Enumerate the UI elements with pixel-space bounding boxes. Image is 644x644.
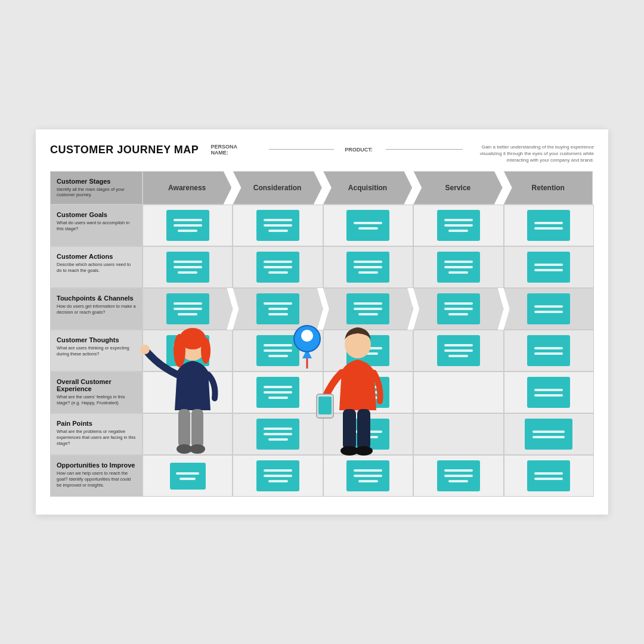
- painpoints-retention-card: [525, 419, 572, 450]
- touchpoints-awareness-cell[interactable]: [143, 288, 233, 330]
- actions-service-cell[interactable]: [413, 246, 503, 288]
- goals-label-cell: Customer Goals What do users want to acc…: [50, 205, 143, 246]
- experience-acquisition-cell[interactable]: [323, 371, 413, 413]
- touchpoints-title: Touchpoints & Channels: [57, 295, 136, 302]
- opportunities-service-card: [437, 460, 480, 491]
- painpoints-title: Pain Points: [57, 420, 136, 427]
- experience-label-cell: Overall Customer Experience What are the…: [50, 371, 143, 413]
- journey-table: Customer Stages Identify all the main st…: [50, 171, 594, 497]
- stages-label-cell: Customer Stages Identify all the main st…: [50, 171, 143, 205]
- painpoints-service-cell[interactable]: [413, 413, 503, 455]
- goals-consideration-cell[interactable]: [233, 205, 323, 246]
- actions-consideration-cell[interactable]: [233, 246, 323, 288]
- goals-service-cell[interactable]: [413, 205, 503, 246]
- actions-awareness-card: [166, 252, 209, 283]
- goals-acquisition-cell[interactable]: [323, 205, 413, 246]
- goals-awareness-card: [166, 210, 209, 241]
- goals-service-card: [437, 210, 480, 241]
- stage-awareness: Awareness: [143, 171, 231, 205]
- painpoints-consideration-cell[interactable]: [233, 413, 323, 455]
- touchpoints-retention-card: [527, 293, 570, 324]
- touchpoints-consideration-card: [256, 293, 299, 324]
- journey-map-card: CUSTOMER JOURNEY MAP PERSONA NAME: PRODU…: [36, 129, 608, 515]
- opportunities-consideration-card: [256, 460, 299, 491]
- thoughts-consideration-cell[interactable]: [233, 330, 323, 371]
- thoughts-awareness-cell[interactable]: [143, 330, 233, 371]
- touchpoints-label-cell: Touchpoints & Channels How do users get …: [50, 288, 143, 330]
- thoughts-acquisition-cell[interactable]: [323, 330, 413, 371]
- painpoints-retention-cell[interactable]: [504, 413, 594, 455]
- touchpoints-retention-cell[interactable]: [504, 288, 594, 330]
- experience-consideration-cell[interactable]: [233, 371, 323, 413]
- experience-acquisition-card: [346, 377, 389, 408]
- touchpoints-service-card: [437, 293, 480, 324]
- product-field[interactable]: [386, 149, 463, 150]
- thoughts-awareness-card: [166, 335, 209, 366]
- touchpoints-service-cell[interactable]: [413, 288, 503, 330]
- touchpoints-desc: How do users get information to make a d…: [57, 304, 136, 315]
- header: CUSTOMER JOURNEY MAP PERSONA NAME: PRODU…: [50, 144, 594, 164]
- stage-service: Service: [413, 171, 502, 205]
- painpoints-awareness-cell[interactable]: [143, 413, 233, 455]
- thoughts-consideration-card: [256, 335, 299, 366]
- thoughts-service-card: [437, 335, 480, 366]
- actions-desc: Describe which actions users need to do …: [57, 262, 136, 274]
- stage-acquisition: Acquisition: [323, 171, 412, 205]
- thoughts-service-cell[interactable]: [413, 330, 503, 371]
- touchpoints-consideration-cell[interactable]: [233, 288, 323, 330]
- actions-acquisition-cell[interactable]: [323, 246, 413, 288]
- stages-row-title: Customer Stages: [57, 178, 136, 185]
- main-title: CUSTOMER JOURNEY MAP: [50, 144, 199, 156]
- painpoints-desc: What are the problems or negative experi…: [57, 429, 136, 446]
- actions-retention-card: [527, 252, 570, 283]
- opportunities-awareness-cell[interactable]: [143, 455, 233, 497]
- opportunities-acquisition-cell[interactable]: [323, 455, 413, 497]
- goals-consideration-card: [256, 210, 299, 241]
- thoughts-label-cell: Customer Thoughts What are users thinkin…: [50, 330, 143, 371]
- painpoints-acquisition-card: [346, 419, 389, 450]
- painpoints-consideration-card: [256, 419, 299, 450]
- actions-service-card: [437, 252, 480, 283]
- product-label: PRODUCT:: [345, 147, 373, 153]
- actions-consideration-card: [256, 252, 299, 283]
- experience-retention-card: [527, 377, 570, 408]
- goals-retention-card: [527, 210, 570, 241]
- experience-service-cell[interactable]: [413, 371, 503, 413]
- opportunities-retention-cell[interactable]: [504, 455, 594, 497]
- goals-retention-cell[interactable]: [504, 205, 594, 246]
- thoughts-retention-card: [527, 335, 570, 366]
- persona-product-area: PERSONA NAME: PRODUCT:: [210, 144, 463, 156]
- experience-desc: What are the users' feelings in this sta…: [57, 394, 136, 406]
- stage-retention: Retention: [504, 171, 593, 205]
- thoughts-acquisition-card: [346, 335, 389, 366]
- painpoints-acquisition-cell[interactable]: [323, 413, 413, 455]
- actions-title: Customer Actions: [57, 253, 136, 260]
- goals-desc: What do users want to accomplish in this…: [57, 220, 136, 232]
- goals-title: Customer Goals: [57, 211, 136, 218]
- actions-retention-cell[interactable]: [504, 246, 594, 288]
- opportunities-consideration-cell[interactable]: [233, 455, 323, 497]
- experience-awareness-cell[interactable]: [143, 371, 233, 413]
- thoughts-title: Customer Thoughts: [57, 336, 136, 343]
- touchpoints-acquisition-cell[interactable]: [323, 288, 413, 330]
- opportunities-service-cell[interactable]: [413, 455, 503, 497]
- actions-label-cell: Customer Actions Describe which actions …: [50, 246, 143, 288]
- thoughts-retention-cell[interactable]: [504, 330, 594, 371]
- experience-retention-cell[interactable]: [504, 371, 594, 413]
- actions-awareness-cell[interactable]: [143, 246, 233, 288]
- goals-acquisition-card: [346, 210, 389, 241]
- map-description: Gain a better understanding of the buyin…: [475, 144, 594, 164]
- stage-consideration: Consideration: [233, 171, 321, 205]
- touchpoints-awareness-card: [166, 293, 209, 324]
- experience-title: Overall Customer Experience: [57, 378, 136, 392]
- painpoints-label-cell: Pain Points What are the problems or neg…: [50, 413, 143, 455]
- actions-acquisition-card: [346, 252, 389, 283]
- thoughts-desc: What are users thinking or expecting dur…: [57, 345, 136, 357]
- opportunities-retention-card: [527, 460, 570, 491]
- persona-field[interactable]: [269, 149, 334, 150]
- goals-awareness-cell[interactable]: [143, 205, 233, 246]
- opportunities-acquisition-card: [346, 460, 389, 491]
- stages-row-desc: Identify all the main stages of your cus…: [57, 187, 136, 199]
- opportunities-label-cell: Opportunities to Improve How can we help…: [50, 455, 143, 497]
- opportunities-desc: How can we help users to reach the goal?…: [57, 470, 136, 488]
